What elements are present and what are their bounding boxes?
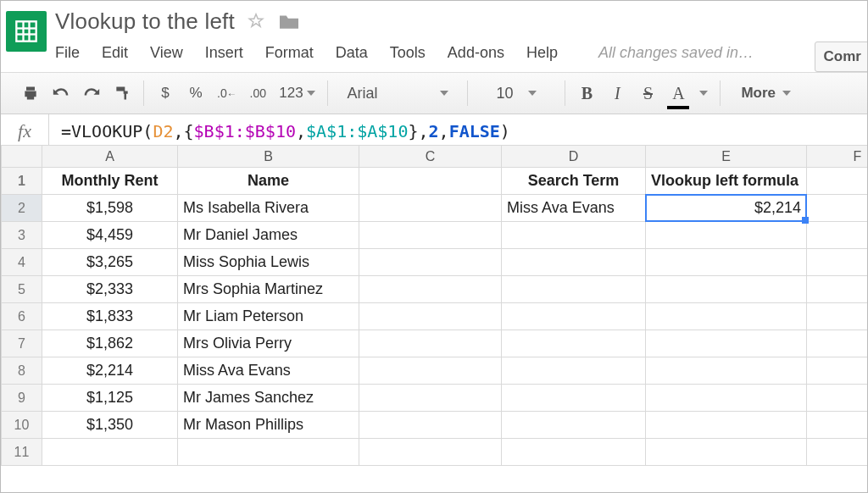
cell[interactable] — [502, 303, 646, 330]
row-header[interactable]: 3 — [2, 222, 42, 249]
cell[interactable] — [359, 330, 502, 357]
strike-button[interactable]: S — [638, 80, 657, 106]
cell[interactable] — [807, 249, 868, 276]
menu-tools[interactable]: Tools — [390, 44, 426, 62]
comments-button[interactable]: Comr — [815, 42, 868, 72]
cell[interactable]: $1,125 — [42, 385, 178, 412]
cell[interactable]: Mr Daniel James — [178, 222, 359, 249]
increase-decimal-button[interactable]: .00 — [248, 80, 267, 106]
cell[interactable] — [807, 330, 868, 357]
row-header[interactable]: 7 — [2, 330, 42, 357]
cell[interactable] — [646, 412, 807, 439]
cell[interactable] — [807, 412, 868, 439]
font-family-select[interactable]: Arial — [340, 80, 455, 106]
cell[interactable]: $1,862 — [42, 330, 178, 357]
cell[interactable] — [502, 357, 646, 385]
doc-title[interactable]: Vlookup to the left — [55, 8, 235, 35]
cell[interactable]: $2,333 — [42, 276, 178, 303]
cell[interactable] — [646, 439, 807, 466]
cell[interactable] — [359, 168, 502, 195]
col-header-A[interactable]: A — [42, 146, 178, 168]
cell[interactable] — [807, 357, 868, 385]
cell[interactable]: Monthly Rent — [42, 168, 178, 195]
cell[interactable]: Mrs Sophia Martinez — [178, 276, 359, 303]
font-size-select[interactable]: 10 — [480, 80, 553, 106]
cell[interactable] — [359, 222, 502, 249]
cell[interactable] — [359, 385, 502, 412]
cell[interactable] — [502, 412, 646, 439]
cell[interactable] — [502, 249, 646, 276]
cell[interactable] — [646, 303, 807, 330]
row-header[interactable]: 11 — [2, 439, 42, 466]
cell[interactable] — [178, 439, 359, 466]
cell[interactable] — [807, 439, 868, 466]
col-header-E[interactable]: E — [646, 146, 807, 168]
cell[interactable] — [502, 385, 646, 412]
decrease-decimal-button[interactable]: .0← — [217, 80, 236, 106]
cell[interactable]: $1,598 — [42, 195, 178, 222]
more-button[interactable]: More — [732, 85, 799, 102]
row-header[interactable]: 2 — [2, 195, 42, 222]
spreadsheet-grid[interactable]: A B C D E F 1 Monthly Rent Name Search T… — [1, 145, 867, 492]
italic-button[interactable]: I — [608, 80, 626, 106]
cell[interactable]: Miss Sophia Lewis — [178, 249, 359, 276]
cell[interactable] — [359, 303, 502, 330]
cell[interactable] — [646, 276, 807, 303]
menu-addons[interactable]: Add-ons — [448, 44, 504, 62]
cell[interactable] — [646, 385, 807, 412]
menu-format[interactable]: Format — [265, 44, 314, 62]
cell[interactable] — [359, 439, 502, 466]
star-icon[interactable] — [247, 12, 265, 30]
menu-edit[interactable]: Edit — [102, 44, 128, 62]
col-header-F[interactable]: F — [807, 146, 868, 168]
cell[interactable] — [807, 276, 868, 303]
cell[interactable]: Mr Mason Phillips — [178, 412, 359, 439]
cell[interactable] — [42, 439, 178, 466]
formula-input[interactable]: =VLOOKUP(D2,{$B$1:$B$10,$A$1:$A$10},2,FA… — [49, 121, 867, 141]
folder-icon[interactable] — [277, 12, 301, 30]
cell[interactable] — [359, 412, 502, 439]
cell[interactable]: Miss Ava Evans — [502, 195, 646, 222]
row-header[interactable]: 4 — [2, 249, 42, 276]
text-color-button[interactable]: A — [669, 80, 687, 106]
cell[interactable] — [502, 439, 646, 466]
cell[interactable]: $2,214 — [42, 357, 178, 385]
cell-active[interactable]: $2,214 — [646, 195, 807, 222]
row-header[interactable]: 8 — [2, 357, 42, 385]
cell[interactable] — [502, 276, 646, 303]
row-header[interactable]: 9 — [2, 385, 42, 412]
cell[interactable] — [807, 195, 868, 222]
row-header[interactable]: 1 — [2, 168, 42, 195]
paint-format-icon[interactable] — [113, 80, 131, 106]
format-currency-button[interactable]: $ — [156, 80, 175, 106]
sheets-logo[interactable] — [6, 11, 47, 52]
cell[interactable]: $1,350 — [42, 412, 178, 439]
cell[interactable] — [502, 330, 646, 357]
cell[interactable]: Mrs Olivia Perry — [178, 330, 359, 357]
menu-file[interactable]: File — [55, 44, 80, 62]
row-header[interactable]: 6 — [2, 303, 42, 330]
cell[interactable] — [359, 357, 502, 385]
cell[interactable] — [807, 168, 868, 195]
cell[interactable]: $4,459 — [42, 222, 178, 249]
menu-view[interactable]: View — [150, 44, 183, 62]
cell[interactable] — [359, 195, 502, 222]
cell[interactable] — [807, 222, 868, 249]
row-header[interactable]: 10 — [2, 412, 42, 439]
print-icon[interactable] — [21, 80, 40, 106]
menu-insert[interactable]: Insert — [205, 44, 243, 62]
col-header-B[interactable]: B — [178, 146, 359, 168]
cell[interactable] — [359, 249, 502, 276]
cell[interactable] — [807, 303, 868, 330]
cell[interactable]: $1,833 — [42, 303, 178, 330]
undo-icon[interactable] — [52, 80, 70, 106]
cell[interactable]: Mr James Sanchez — [178, 385, 359, 412]
cell[interactable] — [646, 222, 807, 249]
cell[interactable] — [646, 357, 807, 385]
cell[interactable]: Name — [178, 168, 359, 195]
col-header-C[interactable]: C — [359, 146, 502, 168]
row-header[interactable]: 5 — [2, 276, 42, 303]
cell[interactable]: Ms Isabella Rivera — [178, 195, 359, 222]
cell[interactable]: Mr Liam Peterson — [178, 303, 359, 330]
cell[interactable] — [646, 330, 807, 357]
